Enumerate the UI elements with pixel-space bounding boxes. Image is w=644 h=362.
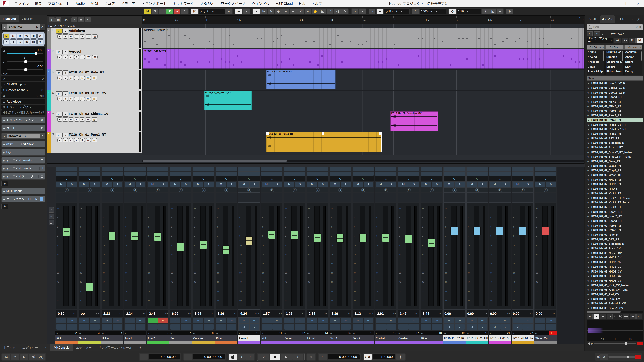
channel-name[interactable]: Aerosol [238, 335, 260, 341]
fader-cap[interactable] [336, 234, 344, 243]
channel-edit-button[interactable]: e [338, 188, 342, 192]
fader-track[interactable] [383, 206, 388, 306]
file-row[interactable]: ∿FC10_Kit_02_Ride_RT [587, 232, 643, 237]
channel-fader-area[interactable]: 1260510152030405060 [466, 203, 488, 309]
iterative-quantize-icon[interactable]: ⁒ [482, 9, 489, 14]
arrangement-area[interactable]: Addielove - Groove 01Aerosol - Groove 04… [142, 24, 584, 155]
read-automation-button[interactable]: R [421, 318, 431, 324]
inspector-btn-⊞[interactable]: ⊞ [30, 33, 36, 38]
track-row-Addielove[interactable]: ⌸1msAddielove●◀e≣RW▥ [47, 28, 142, 49]
channel-fader-area[interactable]: 1260510152030405060 [170, 203, 191, 309]
fader-track[interactable] [542, 206, 548, 306]
output-routing-slot[interactable] [489, 172, 510, 176]
read-automation-button[interactable]: R [216, 318, 226, 324]
channel-inserts-area[interactable] [79, 193, 100, 202]
channel-edit-button[interactable]: e [110, 188, 114, 192]
track-sub-1[interactable]: ◀ [63, 34, 68, 38]
track-sub-0[interactable]: ● [57, 55, 62, 59]
channel-mute-button[interactable]: M [239, 182, 249, 187]
channel-inserts-area[interactable] [330, 193, 351, 202]
output-routing-slot[interactable] [56, 172, 77, 176]
channel-solo-button[interactable]: S [523, 182, 533, 187]
fader-cap[interactable] [245, 236, 252, 245]
track-sub-4[interactable]: R [80, 138, 85, 142]
channel-name[interactable]: FC10_Kit_02_Ri [443, 335, 466, 341]
menu-item-6[interactable]: メディア [118, 1, 138, 6]
right-locator-time[interactable]: 0:00:00.000 [193, 354, 225, 359]
horizontal-scrollbar[interactable] [142, 160, 584, 162]
track-sub-5[interactable]: W [85, 76, 91, 80]
input-routing-slot[interactable] [489, 167, 510, 171]
channel-monitor-button[interactable] [125, 324, 135, 330]
input-routing-slot[interactable] [79, 167, 100, 171]
channel-record-button[interactable] [295, 324, 305, 330]
track-sub-5[interactable]: W [86, 34, 91, 38]
read-automation-button[interactable]: R [535, 318, 545, 324]
read-automation-button[interactable]: R [330, 318, 340, 324]
retro-record-row[interactable]: 非録音時の MIDI 入力データ記録▾ [1, 110, 45, 115]
channel-solo-button[interactable]: S [364, 182, 373, 187]
automation-l-button[interactable]: L [159, 9, 166, 14]
channel-monitor-button[interactable] [262, 324, 272, 330]
track-sub-2[interactable]: e [68, 138, 73, 142]
input-routing-slot[interactable] [352, 167, 374, 171]
pan-control[interactable]: C [79, 176, 100, 181]
file-row[interactable]: ∿FC10_Kit_02_Kick2_RT_Tonal [587, 200, 643, 205]
pan-control[interactable]: C [375, 176, 396, 181]
channel-edit-button[interactable]: e [247, 188, 251, 192]
home-icon[interactable]: ⌂ [72, 17, 78, 22]
result-list-icon[interactable]: ≣ [639, 25, 642, 29]
inspector-section-0[interactable]: ▶トラックバージョン⋔ [1, 117, 45, 123]
track-sub-2[interactable]: e [68, 55, 73, 59]
track-row-Aerosol[interactable]: ⌸10msAerosol●◀e≣RW▥ [47, 49, 142, 70]
mixer-channel-11[interactable]: CMSe1260510152030405060-1.57-7.3RW∞11Kic… [260, 167, 283, 344]
channel-mute-button[interactable]: M [535, 182, 545, 187]
time-format-icon[interactable]: ◷ [319, 354, 327, 360]
fader-track[interactable] [314, 206, 320, 306]
left-locator-time[interactable]: 0:00:00.000 [148, 354, 180, 359]
track-search-icon[interactable]: ⌕ [85, 17, 91, 22]
edit-instrument-icon[interactable]: e [40, 134, 43, 138]
mute-button[interactable]: m [56, 29, 62, 33]
fader-cap[interactable] [428, 239, 435, 248]
channel-mute-button[interactable]: M [353, 182, 363, 187]
track-sub-4[interactable]: R [80, 55, 85, 59]
track-sub-4[interactable]: R [80, 96, 85, 101]
channel-mute-button[interactable]: M [467, 182, 477, 187]
mixer-link-icon[interactable]: ⇔ [49, 214, 54, 219]
channel-edit-button[interactable]: e [361, 188, 365, 192]
attribute-item[interactable]: Arpeggio [587, 60, 604, 64]
pan-control[interactable]: C [398, 176, 419, 181]
automation-icon[interactable]: ⇱ [191, 9, 198, 14]
file-row[interactable]: ∿FC10_Kit_02_Kick1_RT [587, 191, 643, 196]
write-automation-button[interactable]: W [478, 318, 487, 324]
track-sub-3[interactable]: ∞ [74, 138, 79, 142]
write-automation-button[interactable]: W [135, 318, 145, 324]
fader-track[interactable] [428, 206, 434, 306]
clip-FC10-Kit-02-Ride-RT[interactable]: FC10_Kit_02_Ride_RT [266, 70, 336, 89]
track-sub-6[interactable]: ▥ [92, 96, 97, 101]
channel-record-button[interactable] [386, 324, 396, 330]
attribute-item[interactable]: Adlibs [587, 50, 604, 55]
pan-control[interactable]: C [147, 176, 168, 181]
channel-name[interactable]: Snare [78, 335, 100, 341]
preview-pause-icon[interactable]: ▮▮ [600, 314, 606, 319]
close-zone-icon[interactable]: ✕ [41, 344, 50, 351]
output-routing-slot[interactable] [124, 172, 146, 176]
write-automation-button[interactable]: W [112, 318, 122, 324]
channel-edit-button[interactable]: e [202, 188, 206, 192]
output-routing-slot[interactable] [170, 172, 191, 176]
fader-cap[interactable] [473, 227, 481, 236]
solo-button[interactable]: s [62, 112, 68, 117]
automation-m-button[interactable]: M [144, 9, 151, 14]
filter-type-select[interactable]: すべて...アタイプ▼ [587, 37, 614, 43]
fader-track[interactable] [86, 206, 92, 306]
inspector-gear-icon[interactable]: ✱ [1, 181, 8, 186]
zoom-tool[interactable]: ⌕ [304, 9, 311, 14]
track-sub-5[interactable]: W [85, 117, 91, 122]
write-automation-button[interactable]: W [90, 318, 100, 324]
mute-button[interactable]: m [56, 112, 62, 117]
channel-record-button[interactable] [340, 324, 350, 330]
write-automation-button[interactable]: W [318, 318, 328, 324]
pan-control[interactable]: C [56, 176, 77, 181]
